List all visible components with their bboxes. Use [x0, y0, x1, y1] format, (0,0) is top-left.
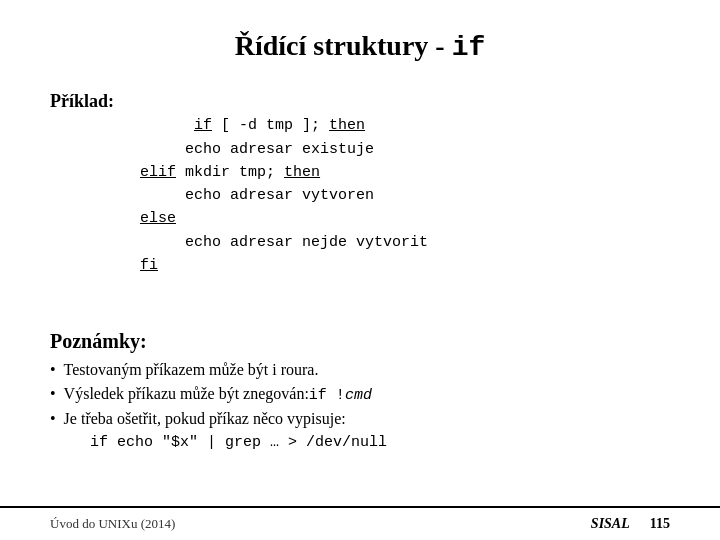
page: Řídící struktury - if Příklad: if [ -d t… — [0, 0, 720, 540]
list-item: Testovaným příkazem může být i roura. — [50, 361, 670, 379]
list-item: Je třeba ošetřit, pokud příkaz něco vypi… — [50, 410, 670, 428]
note-text-2-before: Výsledek příkazu může být znegován: — [64, 385, 309, 403]
notes-list: Testovaným příkazem může být i roura. Vý… — [50, 361, 670, 428]
footer: Úvod do UNIXu (2014) SISAL 115 — [0, 506, 720, 540]
title-text: Řídící struktury - — [235, 30, 452, 61]
notes-title: Poznámky: — [50, 330, 670, 353]
title-code: if — [452, 32, 486, 63]
code-line-4: echo adresar vytvoren — [140, 187, 374, 204]
kw-if: if — [194, 117, 212, 134]
notes-section: Poznámky: Testovaným příkazem může být i… — [50, 330, 670, 451]
code-line-2: echo adresar existuje — [140, 141, 374, 158]
code-line-6: echo adresar nejde vytvorit — [140, 234, 428, 251]
kw-then1: then — [329, 117, 365, 134]
kw-then2: then — [284, 164, 320, 181]
kw-elif: elif — [140, 164, 176, 181]
list-item: Výsledek příkazu může být znegován: if !… — [50, 385, 670, 404]
kw-fi: fi — [140, 257, 158, 274]
note-text-3: Je třeba ošetřit, pokud příkaz něco vypi… — [64, 410, 346, 428]
code-block: if [ -d tmp ]; then echo adresar existuj… — [140, 91, 428, 300]
note-text-1: Testovaným příkazem může být i roura. — [64, 361, 319, 379]
code-line-7: fi — [140, 257, 158, 274]
example-section: Příklad: if [ -d tmp ]; then echo adresa… — [50, 91, 670, 300]
note-inline-code-2: if ! — [309, 387, 345, 404]
footer-page: 115 — [650, 516, 670, 532]
example-label: Příklad: — [50, 91, 130, 112]
note-inline-italic-2: cmd — [345, 387, 372, 404]
footer-left: Úvod do UNIXu (2014) — [50, 516, 591, 532]
code-line-3: elif mkdir tmp; then — [140, 164, 320, 181]
page-title: Řídící struktury - if — [50, 30, 670, 63]
code-line-5: else — [140, 210, 176, 227]
footer-brand: SISAL — [591, 516, 630, 532]
kw-else: else — [140, 210, 176, 227]
cmd-line: if echo "$x" | grep … > /dev/null — [90, 434, 670, 451]
code-line-1: if [ -d tmp ]; then — [194, 117, 365, 134]
